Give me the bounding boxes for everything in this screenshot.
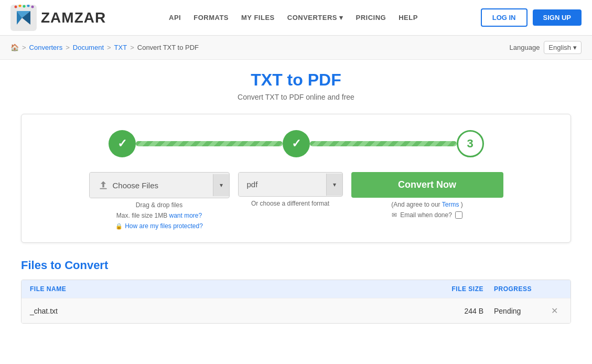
- files-title-prefix: Files to: [21, 259, 64, 272]
- step-3: 3: [457, 130, 484, 157]
- svg-point-8: [31, 5, 34, 8]
- language-label: Language: [510, 44, 540, 51]
- files-table: FILE NAME FILE SIZE PROGRESS _chat.txt 2…: [21, 280, 571, 324]
- steps-progress: 3: [37, 130, 555, 157]
- step-3-label: 3: [467, 137, 473, 151]
- login-button[interactable]: LOG IN: [481, 8, 528, 27]
- choose-files-group: Choose Files ▾ Drag & drop files Max. fi…: [89, 172, 230, 230]
- page-subtitle: Convert TXT to PDF online and free: [21, 93, 571, 101]
- choose-files-main[interactable]: Choose Files: [90, 173, 213, 198]
- logo[interactable]: ZAMZAR: [10, 5, 106, 31]
- breadcrumb-current: Convert TXT to PDF: [137, 44, 199, 51]
- logo-text: ZAMZAR: [41, 9, 106, 26]
- svg-point-4: [15, 5, 17, 8]
- max-size-hint: Max. file size 1MB want more?: [116, 212, 202, 219]
- auth-buttons: LOG IN SIGN UP: [481, 8, 582, 27]
- drag-drop-hint: Drag & drop files: [136, 201, 182, 209]
- email-checkbox[interactable]: [455, 211, 462, 219]
- files-section: Files to Convert FILE NAME FILE SIZE PRO…: [21, 259, 571, 324]
- col-filename-header: FILE NAME: [30, 285, 431, 293]
- breadcrumb-sep-2: >: [66, 44, 70, 51]
- files-table-header: FILE NAME FILE SIZE PROGRESS: [21, 280, 571, 298]
- terms-link[interactable]: Terms: [442, 201, 459, 208]
- breadcrumb-home-icon[interactable]: 🏠: [10, 44, 19, 51]
- step-line-1: [136, 141, 283, 146]
- table-row: _chat.txt 244 B Pending ✕: [21, 298, 571, 323]
- nav-formats[interactable]: FORMATS: [193, 14, 229, 22]
- lock-icon: 🔒: [115, 223, 123, 230]
- svg-point-6: [23, 5, 26, 7]
- file-name: _chat.txt: [30, 307, 431, 315]
- col-progress-header: PROGRESS: [483, 285, 546, 293]
- language-selected: English: [548, 44, 571, 51]
- choose-files-button[interactable]: Choose Files ▾: [89, 172, 230, 198]
- email-label: Email when done?: [400, 211, 452, 219]
- protection-link[interactable]: 🔒 How are my files protected?: [115, 222, 203, 230]
- files-title-highlight: Convert: [64, 259, 108, 272]
- step-2-check: [292, 137, 301, 151]
- main-content: TXT to PDF Convert TXT to PDF online and…: [0, 60, 592, 334]
- breadcrumb-sep-1: >: [22, 44, 26, 51]
- convert-group: Convert Now (And agree to our Terms ) ✉ …: [351, 172, 503, 219]
- format-select[interactable]: pdf ▾: [238, 172, 343, 197]
- language-dropdown[interactable]: English ▾: [544, 41, 582, 54]
- email-row: ✉ Email when done?: [392, 211, 462, 219]
- breadcrumb-sep-3: >: [107, 44, 111, 51]
- breadcrumb-document[interactable]: Document: [73, 44, 104, 51]
- header: ZAMZAR API FORMATS MY FILES CONVERTERS ▾…: [0, 0, 592, 36]
- breadcrumb-converters[interactable]: Converters: [29, 44, 63, 51]
- controls-row: Choose Files ▾ Drag & drop files Max. fi…: [37, 172, 555, 230]
- step-1-check: [117, 137, 127, 151]
- file-progress: Pending: [483, 307, 546, 315]
- language-selector: Language English ▾: [510, 41, 582, 54]
- nav-api[interactable]: API: [169, 14, 181, 22]
- format-hint: Or choose a different format: [251, 200, 329, 207]
- col-filesize-header: FILE SIZE: [431, 285, 483, 293]
- nav-converters[interactable]: CONVERTERS ▾: [287, 14, 343, 22]
- step-line-2: [310, 141, 457, 146]
- want-more-link[interactable]: want more?: [169, 212, 202, 219]
- choose-files-arrow[interactable]: ▾: [213, 174, 229, 196]
- convert-hint: (And agree to our Terms ): [391, 201, 463, 208]
- format-group: pdf ▾ Or choose a different format: [238, 172, 343, 207]
- breadcrumb: 🏠 > Converters > Document > TXT > Conver…: [10, 44, 199, 51]
- files-title: Files to Convert: [21, 259, 571, 272]
- upload-icon: [98, 180, 109, 190]
- signup-button[interactable]: SIGN UP: [533, 9, 582, 26]
- nav-pricing[interactable]: PRICING: [356, 14, 386, 22]
- zamzar-logo-icon: [10, 5, 37, 31]
- breadcrumb-bar: 🏠 > Converters > Document > TXT > Conver…: [0, 36, 592, 60]
- language-chevron: ▾: [573, 44, 577, 51]
- step-2: [283, 130, 310, 157]
- svg-rect-9: [100, 188, 106, 189]
- page-title: TXT to PDF: [21, 70, 571, 90]
- format-arrow[interactable]: ▾: [326, 174, 342, 196]
- nav-my-files[interactable]: MY FILES: [241, 14, 275, 22]
- email-icon: ✉: [392, 211, 397, 219]
- convert-now-button[interactable]: Convert Now: [351, 172, 503, 198]
- main-nav: API FORMATS MY FILES CONVERTERS ▾ PRICIN…: [169, 14, 418, 22]
- format-value: pdf: [239, 173, 326, 196]
- step-1: [109, 130, 136, 157]
- file-size: 244 B: [431, 307, 483, 315]
- nav-help[interactable]: HELP: [399, 14, 418, 22]
- col-action-header: [546, 285, 562, 293]
- breadcrumb-sep-4: >: [130, 44, 134, 51]
- converter-box: 3 Choose Files ▾: [21, 114, 571, 243]
- file-remove-button[interactable]: ✕: [546, 306, 562, 316]
- choose-files-label: Choose Files: [113, 181, 159, 190]
- breadcrumb-txt[interactable]: TXT: [114, 44, 127, 51]
